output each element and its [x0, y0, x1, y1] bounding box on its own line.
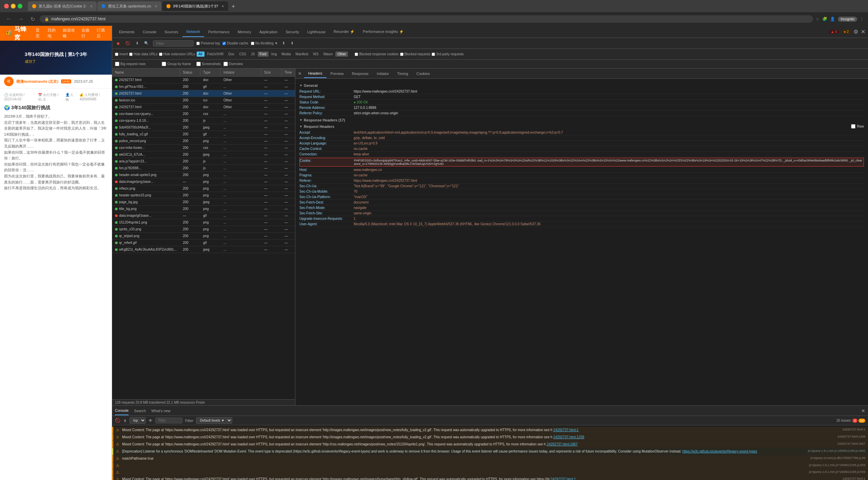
- tab-memory[interactable]: Memory: [234, 27, 255, 37]
- fetch-icon[interactable]: ⬇: [134, 40, 140, 46]
- msg-file[interactable]: js+jquery-1.8.1.min.js^1658612185.js:559: [809, 463, 865, 468]
- tab-2[interactable]: 🔵 爬虫工具集-spidertools.cn ✕: [97, 1, 161, 11]
- table-row[interactable]: police_record.png 200 png ... — —: [112, 138, 295, 145]
- table-row[interactable]: aria.js?appid=23... 200 js ... — —: [112, 158, 295, 165]
- detail-tab-timing[interactable]: Timing: [393, 70, 412, 78]
- table-row[interactable]: mfwzx.png 200 png ... — —: [112, 185, 295, 192]
- table-row[interactable]: header-small-sprite3.png 200 png ... — —: [112, 172, 295, 178]
- overview-cb[interactable]: Overview: [223, 62, 243, 66]
- msg-file[interactable]: 24292737.html:1: [843, 477, 865, 480]
- nav-travel[interactable]: 去旅行: [81, 27, 91, 39]
- msg-link[interactable]: 24292737.html:1: [553, 428, 579, 432]
- filter-manifest[interactable]: Manifest: [294, 52, 311, 57]
- msg-file[interactable]: js+jquery-ui-core.js.dkt1785927796.js:49: [810, 456, 865, 461]
- clear-button[interactable]: 🚫: [124, 40, 132, 46]
- msg-link[interactable]: 24292737.html:1258: [553, 435, 584, 439]
- group-by-frame-cb[interactable]: Group by frame: [162, 62, 191, 66]
- nav-home[interactable]: 首页: [36, 27, 42, 39]
- raw-toggle[interactable]: Raw: [851, 124, 864, 129]
- settings-icon[interactable]: ⚙: [853, 28, 858, 35]
- detail-tab-initiator[interactable]: Initiator: [373, 70, 393, 78]
- tab-sources[interactable]: Sources: [160, 27, 182, 37]
- blocked-response-checkbox[interactable]: Blocked response cookies: [355, 52, 398, 56]
- invert-checkbox[interactable]: Invert: [115, 52, 128, 56]
- console-level-select[interactable]: top: [130, 417, 146, 424]
- back-button[interactable]: ←: [4, 15, 14, 23]
- table-row[interactable]: data:image/gif;base... — gif ... — —: [112, 212, 295, 219]
- table-row[interactable]: css=mfw-footer... 200 css ... — —: [112, 145, 295, 151]
- filter-wasm[interactable]: Wasm: [321, 52, 335, 57]
- blocked-requests-checkbox[interactable]: Blocked requests: [400, 52, 431, 56]
- table-row[interactable]: qr_teijia4.png 200 png ... — —: [112, 233, 295, 239]
- menu-icon[interactable]: ⋮: [860, 17, 864, 21]
- table-row[interactable]: header-sprites15.png 200 png ... — —: [112, 192, 295, 199]
- account-icon[interactable]: 👤: [830, 17, 835, 21]
- search-icon[interactable]: 🔍: [143, 40, 150, 46]
- tab-network[interactable]: Network: [182, 27, 204, 37]
- forward-button[interactable]: →: [16, 15, 26, 23]
- filter-img[interactable]: Img: [269, 52, 279, 57]
- filter-font[interactable]: Font: [258, 52, 269, 57]
- tab-recorder[interactable]: Recorder ⚡: [330, 27, 359, 37]
- table-row[interactable]: title_bg.png 200 png ... — —: [112, 206, 295, 212]
- filter-doc[interactable]: Doc: [226, 52, 237, 57]
- general-section-header[interactable]: ▼ General: [299, 83, 864, 88]
- table-row[interactable]: 24292737.html 200 doc Other — —: [112, 77, 295, 83]
- table-row[interactable]: 24292737.html 200 doc Other — —: [112, 90, 295, 97]
- screenshots-cb[interactable]: Screenshots: [196, 62, 221, 66]
- filter-css[interactable]: CSS: [237, 52, 248, 57]
- console-filter-input[interactable]: [155, 418, 182, 423]
- tab-elements[interactable]: Elements: [115, 27, 139, 37]
- table-row[interactable]: favicon.ico 200 ico Other — —: [112, 97, 295, 104]
- export-icon[interactable]: ⬇: [289, 40, 295, 46]
- msg-link[interactable]: https://w3c.github.io/uievents/#legacy-e…: [682, 449, 757, 453]
- table-row[interactable]: qr_mfw4.gif 200 gif ... — —: [112, 239, 295, 246]
- tab-1-close[interactable]: ✕: [90, 4, 93, 8]
- close-console-icon[interactable]: ✕: [861, 408, 865, 414]
- console-tab[interactable]: Console: [115, 406, 129, 415]
- request-headers-section[interactable]: ▼ Request Headers Raw: [299, 124, 864, 129]
- tab-security[interactable]: Security: [281, 27, 303, 37]
- tab-1[interactable]: 🟠 第九届js 混淆 动态(Cookie 2· ✕: [28, 1, 97, 11]
- detail-close-icon[interactable]: ✕: [295, 69, 304, 78]
- msg-file[interactable]: js+jquery-1.8.1.min.js^1658612185.js:559: [809, 470, 865, 475]
- new-tab-button[interactable]: +: [229, 2, 237, 11]
- tab-perf-insights[interactable]: Performance insights ⚡: [359, 27, 408, 37]
- table-row[interactable]: page_bg.jpg 200 jpeg ... — —: [112, 199, 295, 206]
- console-clear-icon[interactable]: 🚫: [115, 418, 120, 423]
- search-tab[interactable]: Search: [134, 407, 146, 415]
- nav-dest[interactable]: 目的地: [47, 27, 57, 39]
- table-row[interactable]: css+jquery-1.8.18... 200 js ... — —: [112, 117, 295, 124]
- tab-2-close[interactable]: ✕: [155, 4, 157, 8]
- filter-all[interactable]: All: [197, 52, 204, 57]
- tab-lighthouse[interactable]: Lighthouse: [303, 27, 330, 37]
- msg-file[interactable]: 24292737.html:1867: [837, 442, 865, 447]
- detail-tab-response[interactable]: Response: [348, 70, 373, 78]
- table-row[interactable]: css+base:css+jquery... 200 css ... — —: [112, 111, 295, 117]
- console-eye-icon[interactable]: 👁: [149, 418, 153, 423]
- whats-new-tab[interactable]: What's new: [151, 407, 171, 415]
- table-row[interactable]: 151204sprite1.png 200 png ... — —: [112, 219, 295, 226]
- filter-ws[interactable]: WS: [311, 52, 320, 57]
- user-name[interactable]: 橙漫laviniatravels (北京): [16, 79, 58, 84]
- table-row[interactable]: hm.js?82888... 200 js ... — —: [112, 165, 295, 172]
- address-bar[interactable]: 🔒 mafengwo.cn/i/24292737.html: [40, 15, 813, 23]
- table-row[interactable]: data:image/png;base... — png ... — —: [112, 178, 295, 185]
- table-row[interactable]: fully_loading_v2.gif 200 gif ... — —: [112, 131, 295, 138]
- minimize-button[interactable]: [11, 4, 16, 8]
- filter-input[interactable]: [153, 40, 194, 46]
- close-devtools-icon[interactable]: ✕: [861, 28, 865, 35]
- detail-tab-cookies[interactable]: Cookies: [412, 70, 434, 78]
- close-button[interactable]: [4, 4, 9, 8]
- response-headers-section[interactable]: ▼ Response Headers (17): [299, 118, 864, 122]
- table-row[interactable]: 24292737.html 200 doc Other — —: [112, 104, 295, 111]
- tab-3-close[interactable]: ✕: [221, 4, 224, 8]
- extensions-icon[interactable]: 🧩: [822, 17, 827, 21]
- table-row[interactable]: sprite_v33.png 200 png ... — —: [112, 226, 295, 233]
- msg-file[interactable]: 24292737.html:1: [843, 428, 865, 433]
- msg-file[interactable]: 24292737.html:1258: [837, 435, 865, 440]
- msg-file[interactable]: js+jquery-1.8.1.min.js:1650612185:js:245…: [808, 449, 865, 454]
- 3rd-party-checkbox[interactable]: 3rd-party requests: [432, 52, 463, 56]
- msg-link[interactable]: 24292737.html:1867: [547, 442, 577, 446]
- detail-tab-headers[interactable]: Headers: [304, 69, 327, 78]
